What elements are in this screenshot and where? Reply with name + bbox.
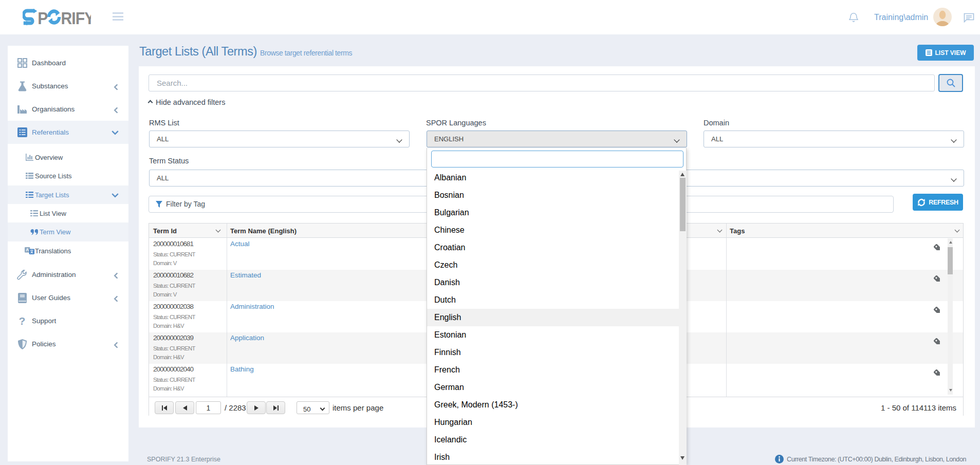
svg-text:P: P [38, 8, 48, 27]
svg-text:A: A [26, 248, 29, 252]
svg-text:RIFY: RIFY [61, 8, 91, 27]
